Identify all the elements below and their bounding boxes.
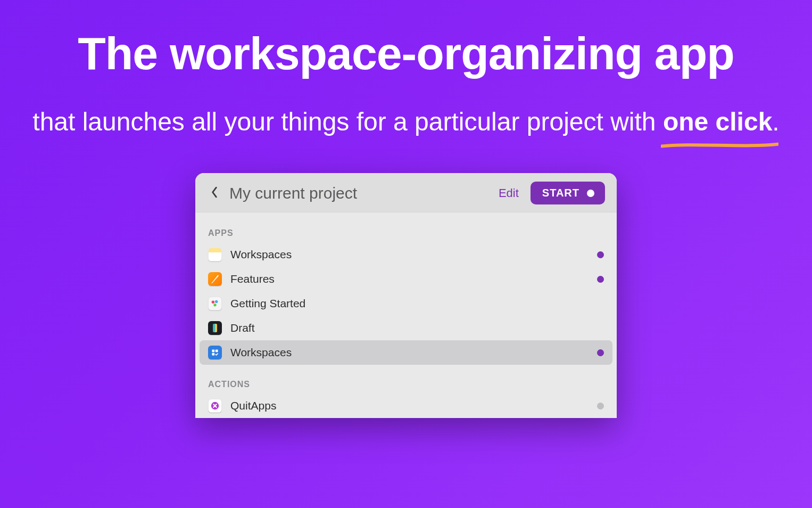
list-item-label: QuitApps <box>230 399 597 412</box>
notes-app-icon <box>208 248 222 261</box>
quit-action-icon <box>208 399 222 413</box>
panel-header: My current project Edit START <box>195 173 617 212</box>
back-button[interactable] <box>207 186 222 201</box>
hero-title: The workspace-organizing app <box>0 29 812 77</box>
hero-subtitle-prefix: that launches all your things for a part… <box>32 108 663 136</box>
list-item-label: Getting Started <box>230 297 604 310</box>
draft-app-icon <box>208 321 222 335</box>
svg-point-1 <box>215 300 218 303</box>
svg-rect-5 <box>212 353 214 356</box>
status-dot-icon <box>597 251 604 258</box>
start-button[interactable]: START <box>531 182 605 204</box>
underline-icon <box>661 142 778 149</box>
app-panel: My current project Edit START APPS Works… <box>195 173 617 418</box>
pages-app-icon <box>208 272 222 286</box>
svg-rect-4 <box>216 350 218 353</box>
panel-title: My current project <box>229 184 499 202</box>
list-item-label: Workspaces <box>230 346 597 359</box>
svg-point-0 <box>212 301 214 304</box>
list-item-label: Workspaces <box>230 248 597 261</box>
hero-subtitle-emphasis: one click <box>663 103 772 141</box>
svg-rect-3 <box>212 350 214 353</box>
list-item-label: Features <box>230 273 597 285</box>
list-item-label: Draft <box>230 322 604 334</box>
start-button-label: START <box>542 187 579 199</box>
status-dot-icon <box>597 349 604 356</box>
list-item[interactable]: Features <box>195 267 617 291</box>
chevron-left-icon <box>211 186 218 200</box>
section-label-actions: ACTIONS <box>195 374 617 394</box>
status-dot-icon <box>597 403 604 409</box>
list-item[interactable]: Draft <box>195 316 617 340</box>
things-app-icon <box>208 346 222 359</box>
edit-button[interactable]: Edit <box>499 186 519 200</box>
section-label-apps: APPS <box>195 223 617 242</box>
video-app-icon <box>208 297 222 310</box>
hero-subtitle-emph-text: one click <box>663 108 772 136</box>
list-item[interactable]: Getting Started <box>195 291 617 316</box>
start-dot-icon <box>587 190 594 197</box>
hero-subtitle: that launches all your things for a part… <box>0 103 812 141</box>
svg-point-2 <box>213 304 216 306</box>
list-item[interactable]: Workspaces <box>195 242 617 267</box>
list-item[interactable]: Workspaces <box>200 340 612 365</box>
panel-body: APPS Workspaces Features Getting Started <box>195 212 617 418</box>
status-dot-icon <box>597 276 604 283</box>
list-item[interactable]: QuitApps <box>195 394 617 418</box>
hero-subtitle-suffix: . <box>772 108 779 136</box>
